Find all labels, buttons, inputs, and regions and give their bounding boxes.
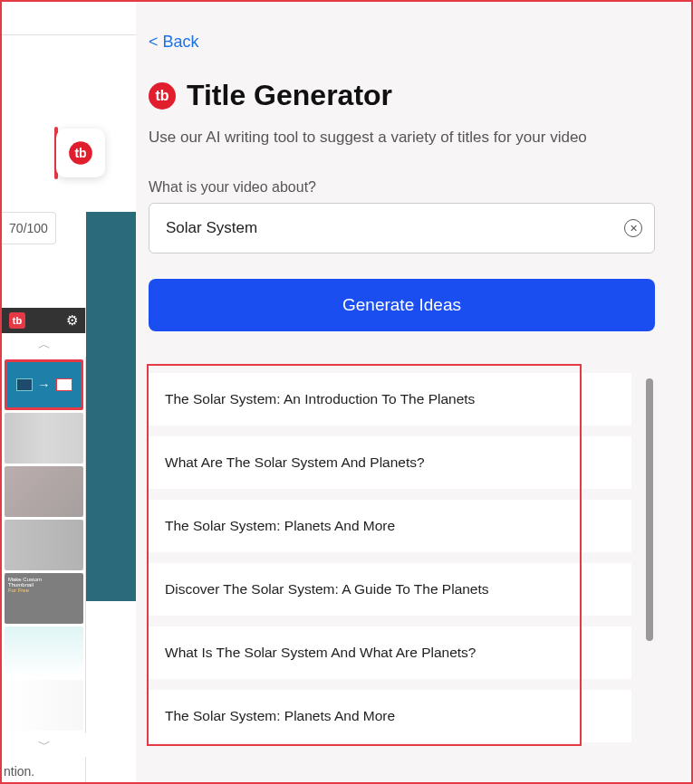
thumbnail-item[interactable] xyxy=(5,520,83,570)
scrollbar[interactable] xyxy=(646,378,653,641)
title-generator-panel: < Back tb Title Generator Use our AI wri… xyxy=(136,2,691,782)
panel-title: Title Generator xyxy=(187,79,392,112)
clear-input-button[interactable]: ✕ xyxy=(624,219,642,237)
thumbnail-item[interactable] xyxy=(5,413,83,464)
thumb-mini-after xyxy=(56,378,72,391)
scroll-up-button[interactable]: ︿ xyxy=(2,333,86,357)
tubebuddy-icon: tb xyxy=(68,140,93,166)
generate-ideas-button[interactable]: Generate Ideas xyxy=(149,279,655,331)
thumbnail-item[interactable] xyxy=(5,626,83,677)
panel-title-row: tb Title Generator xyxy=(149,79,655,112)
truncated-text: ntion. xyxy=(4,764,34,779)
close-icon: ✕ xyxy=(630,224,638,234)
topic-input[interactable] xyxy=(149,203,655,253)
topic-input-wrap: ✕ xyxy=(149,203,655,253)
title-suggestion[interactable]: The Solar System: An Introduction To The… xyxy=(149,373,631,425)
input-label: What is your video about? xyxy=(149,179,655,196)
results-area: The Solar System: An Introduction To The… xyxy=(149,373,655,742)
video-preview xyxy=(86,212,136,601)
scroll-down-button[interactable]: ﹀ xyxy=(2,733,86,757)
thumbnail-item-selected[interactable]: → xyxy=(5,359,83,410)
title-suggestion[interactable]: The Solar System: Planets And More xyxy=(149,500,631,552)
thumb-text: For Free xyxy=(8,588,80,593)
thumbnail-item[interactable] xyxy=(5,466,83,517)
panel-subtitle: Use our AI writing tool to suggest a var… xyxy=(149,129,655,147)
thumbnail-item[interactable]: Make Custom Thumbnail For Free xyxy=(5,573,83,624)
tubebuddy-small-icon: tb xyxy=(9,312,25,329)
svg-text:tb: tb xyxy=(74,146,86,160)
title-suggestion[interactable]: Discover The Solar System: A Guide To Th… xyxy=(149,563,631,616)
title-suggestion[interactable]: What Is The Solar System And What Are Pl… xyxy=(149,626,631,679)
thumbnail-item[interactable] xyxy=(5,680,83,731)
title-suggestion[interactable]: What Are The Solar System And Planets? xyxy=(149,436,631,489)
thumb-mini-before xyxy=(16,378,33,391)
title-char-count: 70/100 xyxy=(2,212,56,244)
back-link[interactable]: < Back xyxy=(149,33,199,52)
extension-tab[interactable]: tb xyxy=(56,129,105,177)
gear-icon[interactable]: ⚙ xyxy=(66,312,78,329)
arrow-right-icon: → xyxy=(38,378,51,392)
thumbnail-sidebar: tb ⚙ ︿ → Make Custom Thumbnail For Free … xyxy=(2,308,86,782)
thumbnail-list: → Make Custom Thumbnail For Free xyxy=(2,359,85,731)
title-suggestion[interactable]: The Solar System: Planets And More xyxy=(149,690,631,742)
sidebar-header: tb ⚙ xyxy=(2,308,85,333)
tubebuddy-logo-icon: tb xyxy=(149,82,176,110)
results-list: The Solar System: An Introduction To The… xyxy=(149,373,655,742)
